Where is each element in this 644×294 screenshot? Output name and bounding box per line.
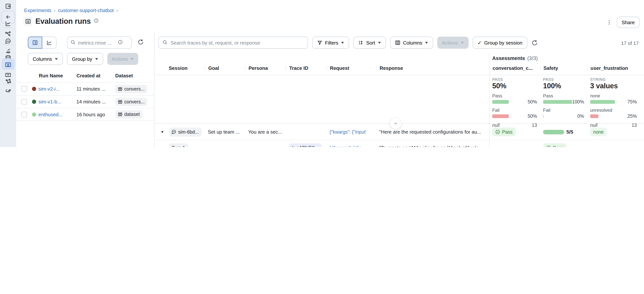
run-color-dot <box>32 100 36 104</box>
run-name-link[interactable]: sim-v1-b... <box>38 99 61 104</box>
breadcrumb-experiment-name[interactable]: customer-support-chatbot <box>58 8 114 13</box>
turn-row[interactable]: Turn 1 tr-a472d59... { "kwargs": { "in..… <box>154 140 644 147</box>
response-cell: "To create an IAM policy for an \"Analys… <box>376 145 489 147</box>
sort-button[interactable]: Sort▼ <box>354 37 386 49</box>
check-circle-icon <box>546 145 551 147</box>
chat-icon[interactable] <box>4 37 12 45</box>
chevron-down-icon[interactable]: ▼ <box>160 130 164 134</box>
conversation-pass-badge: Pass <box>492 127 516 136</box>
breadcrumb-separator-icon: › <box>54 8 55 13</box>
chart-view-toggle[interactable] <box>42 37 56 49</box>
dataset-chip[interactable]: dataset <box>115 110 142 118</box>
col-goal[interactable]: Goal <box>205 65 245 71</box>
col-run-name[interactable]: Run Name <box>32 73 76 78</box>
summary-safety: PASS 100% Pass 100% Fail 0% <box>543 77 584 119</box>
spans-icon[interactable] <box>4 47 12 55</box>
col-session[interactable]: Session <box>166 65 205 71</box>
group-by-session-toggle[interactable]: ✓ Group by session <box>473 37 527 49</box>
goal-cell: Set up team ... <box>205 129 245 135</box>
col-request[interactable]: Request <box>326 65 376 71</box>
request-link[interactable]: {"kwargs": {"input' <box>330 129 366 135</box>
col-safety[interactable]: Safety <box>540 65 587 71</box>
breadcrumb-experiments[interactable]: Experiments <box>24 8 52 13</box>
runs-refresh-icon[interactable] <box>138 39 145 46</box>
frustration-chip: none <box>590 127 607 136</box>
run-name-link[interactable]: sim-v2-i... <box>38 86 60 92</box>
runs-panel: Columns▼ Group by▼ Actions▼ Run Name Cre… <box>16 32 154 147</box>
search-info-icon[interactable] <box>118 40 123 46</box>
breadcrumb-separator-icon: › <box>116 8 118 13</box>
title-info-icon[interactable] <box>94 18 99 24</box>
run-row[interactable]: enthused... 16 hours ago dataset <box>16 108 154 121</box>
share-button[interactable]: Share <box>617 17 640 28</box>
chevron-down-icon: ▼ <box>377 41 382 45</box>
col-user-frustration[interactable]: user_frustration <box>587 65 640 71</box>
traces-search-input[interactable] <box>170 40 304 46</box>
runs-panel-actions: Columns▼ Group by▼ Actions▼ <box>28 53 138 65</box>
runs-table-header: Run Name Created at Dataset <box>16 70 154 82</box>
app-root: Experiments › customer-support-chatbot ›… <box>0 0 644 147</box>
response-cell: "Here are the requested configurations f… <box>376 129 489 135</box>
run-color-dot <box>32 87 36 91</box>
runs-actions-button: Actions▼ <box>107 53 138 65</box>
rail-divider <box>3 68 13 69</box>
collapse-summary-button[interactable] <box>390 118 401 129</box>
run-created: 14 minutes ... <box>76 99 115 104</box>
assessments-summary: PASS 50% Pass 50% Fail 50% null13 PASS 1… <box>154 72 644 124</box>
charts-icon[interactable] <box>4 20 12 27</box>
traces-columns-button[interactable]: Columns▼ <box>390 37 433 49</box>
overflow-menu-icon[interactable] <box>606 19 612 26</box>
safety-score-bar <box>543 130 564 134</box>
check-circle-icon <box>495 129 500 134</box>
run-row[interactable]: sim-v1-b... 14 minutes ... convers... <box>16 95 154 108</box>
search-icon <box>70 39 76 46</box>
col-trace-id[interactable]: Trace ID <box>286 65 326 71</box>
left-icon-rail <box>0 0 16 147</box>
traces-search-box <box>158 37 308 49</box>
col-created-at[interactable]: Created at <box>76 73 115 78</box>
sort-icon <box>358 40 364 45</box>
run-row[interactable]: sim-v2-i... 11 minutes ... convers... <box>16 82 154 95</box>
assessments-header: Assessments(3/3) <box>492 56 538 61</box>
chevron-down-icon: ▼ <box>130 57 134 61</box>
request-link[interactable]: { "kwargs": { "in... <box>330 145 366 147</box>
filters-button[interactable]: Filters▼ <box>312 37 349 49</box>
run-checkbox[interactable] <box>21 99 27 104</box>
breadcrumb: Experiments › customer-support-chatbot › <box>24 8 118 13</box>
col-dataset[interactable]: Dataset <box>115 73 153 78</box>
keys-icon[interactable] <box>4 86 12 94</box>
summary-conversation: PASS 50% Pass 50% Fail 50% null13 <box>492 77 537 128</box>
chevron-down-icon: ▼ <box>54 57 59 61</box>
dataset-chip[interactable]: convers... <box>115 85 147 93</box>
col-response[interactable]: Response <box>376 65 489 71</box>
run-checkbox[interactable] <box>21 86 27 92</box>
runs-group-by-button[interactable]: Group by▼ <box>67 53 103 65</box>
evaluation-runs-icon <box>23 17 32 26</box>
persona-cell: You are a sec... <box>245 129 286 135</box>
col-conversation[interactable]: conversation_c... <box>489 65 540 71</box>
chevron-down-icon: ▼ <box>424 41 429 45</box>
rail-divider <box>3 45 13 45</box>
chevron-down-icon: ▼ <box>340 41 345 45</box>
traces-refresh-icon[interactable] <box>532 39 538 46</box>
dataset-chip[interactable]: convers... <box>115 98 147 106</box>
traces-graph-icon[interactable] <box>4 30 12 38</box>
evaluations-icon[interactable] <box>4 61 12 68</box>
search-icon <box>162 39 168 46</box>
run-created: 11 minutes ... <box>76 86 115 92</box>
rail-divider <box>3 28 13 28</box>
trace-id-chip[interactable]: tr-a472d59... <box>289 143 322 147</box>
traces-panel: Filters▼ Sort▼ Columns▼ Actions▼ ✓ Group… <box>154 32 644 147</box>
check-icon: ✓ <box>478 40 482 46</box>
run-checkbox[interactable] <box>21 111 27 117</box>
col-persona[interactable]: Persona <box>245 65 286 71</box>
run-color-dot <box>32 112 36 116</box>
rail-divider <box>3 84 13 84</box>
trace-count: 17 of 17 <box>621 40 639 46</box>
table-view-toggle[interactable] <box>28 37 42 49</box>
sidebar-toggle-icon[interactable] <box>4 2 12 10</box>
session-chip[interactable]: sim-6bd... <box>169 127 202 136</box>
run-name-link[interactable]: enthused... <box>38 111 63 117</box>
runs-search-input[interactable] <box>78 40 116 46</box>
runs-columns-button[interactable]: Columns▼ <box>28 53 63 65</box>
